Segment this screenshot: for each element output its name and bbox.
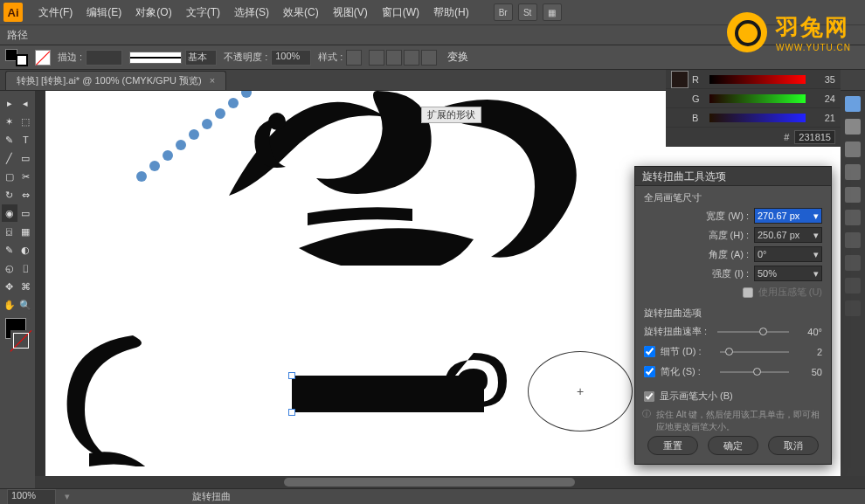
watermark: 羽兔网 WWW.YUTU.CN xyxy=(727,12,851,52)
width-field[interactable]: 270.67 px▾ xyxy=(754,208,822,224)
detail-value[interactable]: 2 xyxy=(794,347,822,357)
zoom-field[interactable]: 100% xyxy=(7,489,56,505)
twirl-options-dialog: 旋转扭曲工具选项 全局画笔尺寸 宽度 (W) : 270.67 px▾ 高度 (… xyxy=(634,166,832,465)
tool-shapebuilder[interactable]: ⌼ xyxy=(2,223,17,240)
dock-color-icon[interactable] xyxy=(845,96,861,112)
tool-direct[interactable]: ◂ xyxy=(18,94,34,112)
hover-tooltip: 扩展的形状 xyxy=(421,107,481,123)
detail-slider[interactable] xyxy=(720,351,789,353)
brush-cursor-preview xyxy=(528,351,633,432)
menu-window[interactable]: 窗口(W) xyxy=(375,5,426,20)
tool-blend[interactable]: ⌷ xyxy=(18,259,34,277)
fill-stroke-swatch[interactable] xyxy=(5,49,28,66)
angle-field[interactable]: 0°▾ xyxy=(754,246,822,262)
detail-label: 细节 (D) : xyxy=(661,345,715,358)
document-tab[interactable]: 转换] [转换].ai* @ 100% (CMYK/GPU 预览) × xyxy=(5,71,226,90)
dock-stroke-icon[interactable] xyxy=(845,187,861,203)
tool-rect[interactable]: ▭ xyxy=(18,149,34,167)
b-slider[interactable] xyxy=(709,114,806,122)
dock-brushes-icon[interactable] xyxy=(845,142,861,157)
tool-type[interactable]: T xyxy=(18,131,34,148)
color-panel-swatch[interactable] xyxy=(671,71,689,88)
intensity-field[interactable]: 50%▾ xyxy=(754,266,822,281)
tool-line[interactable]: ╱ xyxy=(2,149,17,167)
close-tab-icon[interactable]: × xyxy=(210,75,215,86)
watermark-logo-icon xyxy=(727,12,767,52)
tool-zoom[interactable]: 🔍 xyxy=(18,296,34,314)
dock-appearance-icon[interactable] xyxy=(845,232,861,248)
menu-edit[interactable]: 编辑(E) xyxy=(80,5,128,20)
menu-select[interactable]: 选择(S) xyxy=(227,5,276,20)
tool-gradient[interactable]: ◐ xyxy=(18,241,34,259)
tool-free[interactable]: ▭ xyxy=(18,204,34,222)
menu-object[interactable]: 对象(O) xyxy=(128,5,178,20)
tool-wand[interactable]: ✶ xyxy=(2,113,17,130)
b-value[interactable]: 21 xyxy=(811,113,835,123)
tool-graph[interactable]: ⌘ xyxy=(18,278,34,295)
ok-button[interactable]: 确定 xyxy=(708,436,758,455)
menu-file[interactable]: 文件(F) xyxy=(31,5,80,20)
horizontal-scrollbar[interactable] xyxy=(35,476,865,488)
fill-stroke-control[interactable] xyxy=(2,314,33,353)
menu-type[interactable]: 文字(T) xyxy=(179,5,227,20)
arrange-icon[interactable]: ▦ xyxy=(543,3,562,21)
dock-symbols-icon[interactable] xyxy=(845,164,861,180)
flourish-art-left xyxy=(54,327,159,466)
stock-icon[interactable]: St xyxy=(518,3,537,21)
style-swatch[interactable] xyxy=(346,50,362,66)
opacity-field[interactable]: 100% xyxy=(271,50,311,66)
align-icon-4[interactable] xyxy=(421,50,437,66)
stroke-profile-preview[interactable] xyxy=(129,52,182,64)
rate-slider[interactable] xyxy=(717,331,789,333)
align-icon-2[interactable] xyxy=(386,50,402,66)
tool-twirl[interactable]: ◉ xyxy=(2,204,17,222)
panel-dock-strip xyxy=(841,91,865,488)
align-icon-1[interactable] xyxy=(369,50,384,66)
tool-scissors[interactable]: ✂ xyxy=(18,168,34,185)
simplify-checkbox[interactable] xyxy=(644,366,655,377)
tool-brush[interactable]: ▢ xyxy=(2,168,17,185)
stroke-width-field[interactable] xyxy=(86,50,122,66)
menu-effect[interactable]: 效果(C) xyxy=(276,5,326,20)
horizontal-scroll-thumb[interactable] xyxy=(284,478,575,487)
r-slider[interactable] xyxy=(709,75,806,84)
menu-help[interactable]: 帮助(H) xyxy=(426,5,476,20)
tool-hand[interactable]: ✋ xyxy=(2,296,17,314)
document-tab-label: 转换] [转换].ai* @ 100% (CMYK/GPU 预览) xyxy=(17,75,204,86)
dock-layers-icon[interactable] xyxy=(845,210,861,225)
bridge-icon[interactable]: Br xyxy=(494,3,513,21)
g-value[interactable]: 24 xyxy=(811,93,835,104)
tool-selection[interactable]: ▸ xyxy=(2,94,17,112)
detail-checkbox[interactable] xyxy=(644,346,655,357)
cancel-button[interactable]: 取消 xyxy=(768,436,819,455)
simplify-slider[interactable] xyxy=(720,371,789,373)
tool-symbol[interactable]: ✥ xyxy=(2,278,17,295)
showsize-checkbox[interactable] xyxy=(644,391,654,402)
transform-button[interactable]: 变换 xyxy=(444,50,472,65)
menu-view[interactable]: 视图(V) xyxy=(326,5,375,20)
dock-transparency-icon[interactable] xyxy=(845,278,861,293)
dock-artboards-icon[interactable] xyxy=(845,300,861,316)
stroke-profile-select[interactable]: 基本 xyxy=(185,50,217,66)
tool-pen[interactable]: ✎ xyxy=(2,131,17,148)
hex-value[interactable]: 231815 xyxy=(794,130,835,144)
reset-button[interactable]: 重置 xyxy=(647,436,698,455)
tool-lasso[interactable]: ⬚ xyxy=(18,113,34,130)
tool-eyedropper[interactable]: ◵ xyxy=(2,259,17,277)
height-field[interactable]: 250.67 px▾ xyxy=(754,227,822,243)
dock-swatches-icon[interactable] xyxy=(845,119,861,135)
align-icon-3[interactable] xyxy=(404,50,419,66)
tool-rotate[interactable]: ↻ xyxy=(2,186,17,204)
rate-value[interactable]: 40° xyxy=(794,327,822,337)
dock-graphic-styles-icon[interactable] xyxy=(845,255,861,271)
r-value[interactable]: 35 xyxy=(811,74,835,85)
tool-perspective[interactable]: ▦ xyxy=(18,223,34,240)
g-slider[interactable] xyxy=(709,94,806,103)
simplify-value[interactable]: 50 xyxy=(794,367,822,377)
tool-scale[interactable]: ⇔ xyxy=(18,186,34,204)
section-brush-size: 全局画笔尺寸 xyxy=(635,186,831,206)
no-fill-swatch[interactable] xyxy=(35,50,51,66)
selected-rectangle[interactable] xyxy=(292,376,484,412)
width-label: 宽度 (W) : xyxy=(706,210,749,223)
tool-mesh[interactable]: ✎ xyxy=(2,241,17,259)
